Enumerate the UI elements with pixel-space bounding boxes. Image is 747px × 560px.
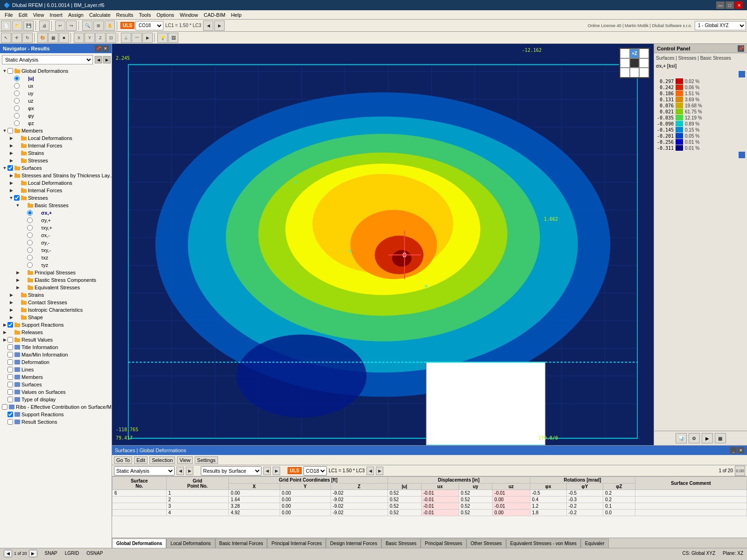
- analysis-dropdown[interactable]: Static Analysis: [114, 466, 175, 476]
- render-button[interactable]: 🎨: [37, 33, 48, 43]
- deform-button[interactable]: 〰: [132, 33, 142, 43]
- tree-radio-24[interactable]: [27, 247, 33, 253]
- tree-radio-22[interactable]: [27, 232, 33, 238]
- bp-next3-button[interactable]: ▶: [376, 467, 383, 475]
- bp-minimize-button[interactable]: _: [730, 447, 737, 454]
- tree-radio-3[interactable]: [14, 91, 20, 96]
- co-combo[interactable]: CO18: [135, 21, 163, 30]
- bottom-tab-1[interactable]: Local Deformations: [166, 539, 215, 548]
- bottom-tab-6[interactable]: Principal Stresses: [421, 539, 466, 548]
- tree-item-0[interactable]: ▼Global Deformations: [1, 67, 111, 75]
- bg-button[interactable]: 🖼: [168, 33, 178, 43]
- tree-item-11[interactable]: ▶Strains: [1, 149, 111, 157]
- tree-item-20[interactable]: σy,+: [1, 217, 111, 224]
- tree-item-47[interactable]: Result Sections: [1, 418, 111, 426]
- view-button[interactable]: View: [177, 456, 193, 464]
- tree-item-34[interactable]: ▶Support Reactions: [1, 321, 111, 329]
- tree-radio-5[interactable]: [14, 105, 20, 111]
- bp-num-button[interactable]: 0.00: [735, 466, 745, 476]
- x-axis-button[interactable]: X: [74, 33, 84, 43]
- z-axis-button[interactable]: Z: [95, 33, 106, 43]
- tree-item-7[interactable]: φz: [1, 119, 111, 127]
- tree-item-30[interactable]: ▶Strains: [1, 291, 111, 299]
- tree-radio-7[interactable]: [14, 120, 20, 126]
- maximize-button[interactable]: □: [726, 1, 734, 9]
- tree-item-27[interactable]: ▶Principal Stresses: [1, 269, 111, 276]
- menu-item-edit[interactable]: Edit: [16, 10, 30, 20]
- menu-item-insert[interactable]: Insert: [47, 10, 65, 20]
- tree-radio-4[interactable]: [14, 98, 20, 104]
- tree-item-41[interactable]: Members: [1, 373, 111, 381]
- tree-item-4[interactable]: uz: [1, 97, 111, 105]
- tree-toggle-10[interactable]: ▶: [8, 143, 14, 148]
- tree-item-40[interactable]: Lines: [1, 366, 111, 373]
- tree-checkbox-45[interactable]: [2, 404, 7, 410]
- tree-checkbox-38[interactable]: [7, 352, 13, 357]
- tree-item-25[interactable]: τxz: [1, 254, 111, 261]
- tree-radio-21[interactable]: [27, 225, 33, 231]
- tree-item-36[interactable]: ▶Result Values: [1, 336, 111, 343]
- menu-item-window[interactable]: Window: [177, 10, 201, 20]
- tree-item-24[interactable]: τxy,-: [1, 246, 111, 254]
- bottom-tab-7[interactable]: Other Stresses: [466, 539, 506, 548]
- tree-radio-23[interactable]: [27, 240, 33, 245]
- bottom-tab-0[interactable]: Global Deformations: [112, 539, 166, 548]
- bp-prev3-button[interactable]: ◀: [366, 467, 374, 475]
- tree-radio-1[interactable]: [14, 76, 20, 81]
- tree-toggle-11[interactable]: ▶: [8, 150, 14, 156]
- tree-toggle-17[interactable]: ▼: [8, 195, 14, 201]
- bottom-tab-2[interactable]: Basic Internal Forces: [215, 539, 268, 548]
- tree-toggle-33[interactable]: ▶: [8, 315, 14, 320]
- tree-item-37[interactable]: Title Information: [1, 343, 111, 351]
- tree-item-16[interactable]: ▶Internal Forces: [1, 187, 111, 194]
- settings-button[interactable]: Settings: [195, 456, 218, 464]
- tree-item-35[interactable]: ▶Releases: [1, 329, 111, 336]
- menu-item-file[interactable]: File: [2, 10, 16, 20]
- zoom-all-button[interactable]: 🔍: [82, 21, 92, 31]
- cp-more-button[interactable]: ▶: [702, 433, 713, 443]
- cp-export-button[interactable]: 📊: [676, 433, 687, 443]
- tree-toggle-29[interactable]: ▶: [15, 285, 21, 290]
- tree-toggle-18[interactable]: ▼: [15, 203, 21, 208]
- zoom-window-button[interactable]: ⊞: [93, 21, 104, 31]
- tree-item-8[interactable]: ▼Members: [1, 127, 111, 134]
- tree-radio-2[interactable]: [14, 83, 20, 89]
- save-button[interactable]: 💾: [23, 21, 34, 31]
- tree-radio-26[interactable]: [27, 262, 33, 268]
- menu-item-tools[interactable]: Tools: [136, 10, 154, 20]
- y-axis-button[interactable]: Y: [85, 33, 95, 43]
- tree-item-1[interactable]: |u|: [1, 75, 111, 82]
- tree-item-15[interactable]: ▶Local Deformations: [1, 179, 111, 187]
- goto-button[interactable]: Go To: [114, 456, 132, 464]
- tree-item-3[interactable]: uy: [1, 90, 111, 97]
- tree-item-13[interactable]: ▼Surfaces: [1, 164, 111, 172]
- tree-checkbox-42[interactable]: [7, 382, 13, 387]
- tree-checkbox-47[interactable]: [7, 419, 13, 425]
- tree-item-14[interactable]: ▶Stresses and Strains by Thickness Lay..…: [1, 172, 111, 179]
- light-button[interactable]: 💡: [157, 33, 168, 43]
- tree-toggle-9[interactable]: ▶: [8, 135, 14, 141]
- tree-toggle-35[interactable]: ▶: [2, 329, 7, 335]
- tree-checkbox-39[interactable]: [7, 359, 13, 365]
- tree-checkbox-43[interactable]: [7, 389, 13, 395]
- tree-toggle-16[interactable]: ▶: [8, 188, 14, 193]
- selection-button[interactable]: Selection: [149, 456, 175, 464]
- section-button[interactable]: ⊥: [121, 33, 131, 43]
- cp-settings-button[interactable]: ⚙: [689, 433, 700, 443]
- grid-label[interactable]: LGRID: [65, 551, 79, 556]
- tree-checkbox-13[interactable]: [7, 165, 13, 171]
- open-button[interactable]: 📁: [12, 21, 22, 31]
- tree-toggle-30[interactable]: ▶: [8, 292, 14, 298]
- tree-checkbox-41[interactable]: [7, 374, 13, 380]
- bp-prev2-button[interactable]: ◀: [263, 467, 271, 475]
- tree-item-10[interactable]: ▶Internal Forces: [1, 142, 111, 149]
- tree-item-38[interactable]: Max/Min Information: [1, 351, 111, 358]
- bottom-tab-8[interactable]: Equivalent Stresses - von Mises: [506, 539, 581, 548]
- tree-item-29[interactable]: ▶Equivalent Stresses: [1, 284, 111, 291]
- menu-item-cad-bim[interactable]: CAD-BIM: [201, 10, 228, 20]
- status-next-button[interactable]: ▶: [29, 550, 37, 557]
- menu-item-results[interactable]: Results: [113, 10, 136, 20]
- tree-toggle-31[interactable]: ▶: [8, 300, 14, 305]
- tree-checkbox-36[interactable]: [7, 337, 13, 343]
- cp-grid-button[interactable]: ▦: [715, 433, 726, 443]
